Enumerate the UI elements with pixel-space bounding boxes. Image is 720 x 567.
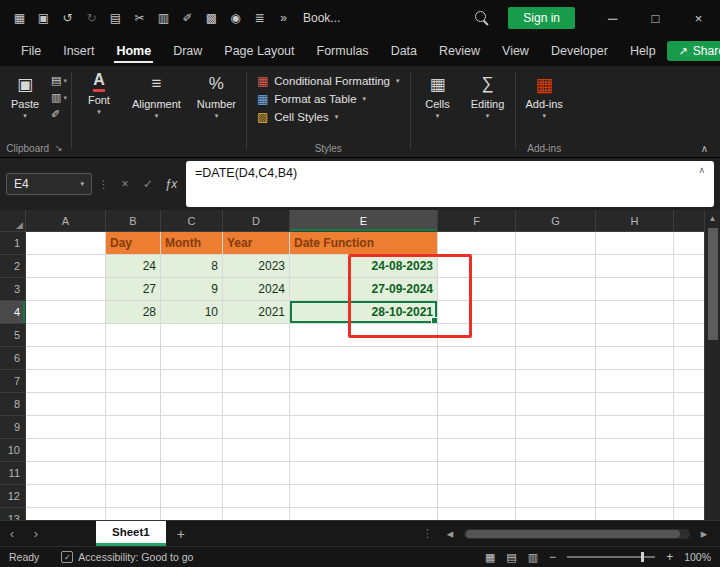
horizontal-scrollbar[interactable] <box>464 529 690 539</box>
cell-C13[interactable] <box>161 508 223 520</box>
accessibility-status-area[interactable]: ✓ Accessibility: Good to go <box>61 551 193 563</box>
row-header-6[interactable]: 6 <box>0 347 26 370</box>
cell-D5[interactable] <box>223 324 290 347</box>
cell-B9[interactable] <box>106 416 161 439</box>
cell-D13[interactable] <box>223 508 290 520</box>
zoom-out-button[interactable]: − <box>549 550 556 564</box>
cell-B11[interactable] <box>106 462 161 485</box>
sign-in-button[interactable]: Sign in <box>508 7 575 29</box>
cell-H1[interactable] <box>596 232 674 255</box>
paste-icon[interactable]: ▥ <box>152 6 175 30</box>
paste-options-button[interactable]: ▤▾ <box>51 74 67 87</box>
search-icon[interactable] <box>475 11 490 26</box>
collapse-ribbon-icon[interactable]: ∧ <box>701 143 708 154</box>
cell-styles-button[interactable]: ▨ Cell Styles ▾ <box>257 110 400 124</box>
menu-tab-file[interactable]: File <box>10 36 52 66</box>
editing-button[interactable]: ∑ Editing ▾ <box>465 69 511 120</box>
menu-tab-view[interactable]: View <box>491 36 540 66</box>
cell-A1[interactable] <box>26 232 106 255</box>
cell-E10[interactable] <box>290 439 438 462</box>
zoom-slider-thumb[interactable] <box>641 552 644 562</box>
cell-F1[interactable] <box>438 232 516 255</box>
cut-icon[interactable]: ✂ <box>128 6 151 30</box>
cell-F2[interactable] <box>438 255 516 278</box>
cell-E4[interactable]: 28-10-2021 <box>290 301 438 324</box>
cell-I3[interactable] <box>674 278 704 301</box>
maximize-button[interactable]: □ <box>634 0 677 36</box>
cell-F13[interactable] <box>438 508 516 520</box>
cell-C9[interactable] <box>161 416 223 439</box>
cell-C3[interactable]: 9 <box>161 278 223 301</box>
sheet-nav-left-icon[interactable]: ‹ <box>0 526 24 541</box>
cell-E3[interactable]: 27-09-2024 <box>290 278 438 301</box>
cell-I1[interactable] <box>674 232 704 255</box>
cell-D4[interactable]: 2021 <box>223 301 290 324</box>
cell-B3[interactable]: 27 <box>106 278 161 301</box>
cell-G3[interactable] <box>516 278 596 301</box>
cell-H10[interactable] <box>596 439 674 462</box>
app-launcher-icon[interactable]: ▦ <box>8 6 31 30</box>
row-header-7[interactable]: 7 <box>0 370 26 393</box>
column-header-I[interactable]: I <box>674 210 704 232</box>
cell-C4[interactable]: 10 <box>161 301 223 324</box>
menu-tab-review[interactable]: Review <box>428 36 491 66</box>
cell-I2[interactable] <box>674 255 704 278</box>
copy-button[interactable]: ▥▾ <box>51 91 67 104</box>
name-box[interactable]: E4 ▾ <box>6 173 92 195</box>
enter-formula-icon[interactable]: ✓ <box>138 177 158 191</box>
menu-tab-page-layout[interactable]: Page Layout <box>213 36 305 66</box>
cell-I5[interactable] <box>674 324 704 347</box>
cell-H2[interactable] <box>596 255 674 278</box>
cell-A2[interactable] <box>26 255 106 278</box>
cell-G8[interactable] <box>516 393 596 416</box>
column-header-B[interactable]: B <box>106 210 161 232</box>
cell-D6[interactable] <box>223 347 290 370</box>
cell-D9[interactable] <box>223 416 290 439</box>
cell-H6[interactable] <box>596 347 674 370</box>
menu-tab-draw[interactable]: Draw <box>162 36 213 66</box>
column-header-A[interactable]: A <box>26 210 106 232</box>
document-icon[interactable]: ≣ <box>248 6 271 30</box>
cell-B5[interactable] <box>106 324 161 347</box>
cell-A3[interactable] <box>26 278 106 301</box>
column-header-F[interactable]: F <box>438 210 516 232</box>
cell-D11[interactable] <box>223 462 290 485</box>
insert-function-icon[interactable]: ƒx <box>161 177 181 191</box>
scroll-left-icon[interactable]: ◂ <box>438 526 462 541</box>
cell-I10[interactable] <box>674 439 704 462</box>
copy-icon[interactable]: ▤ <box>104 6 127 30</box>
cell-A6[interactable] <box>26 347 106 370</box>
column-header-D[interactable]: D <box>223 210 290 232</box>
cell-A7[interactable] <box>26 370 106 393</box>
cell-F5[interactable] <box>438 324 516 347</box>
cell-C11[interactable] <box>161 462 223 485</box>
row-header-13[interactable]: 13 <box>0 508 26 520</box>
cell-B1[interactable]: Day <box>106 232 161 255</box>
normal-view-icon[interactable]: ▦ <box>485 551 495 564</box>
cells-button[interactable]: ▦ Cells ▾ <box>415 69 461 120</box>
cell-H13[interactable] <box>596 508 674 520</box>
cell-A11[interactable] <box>26 462 106 485</box>
minimize-button[interactable]: ─ <box>591 0 634 36</box>
column-header-G[interactable]: G <box>516 210 596 232</box>
cell-D12[interactable] <box>223 485 290 508</box>
cell-A13[interactable] <box>26 508 106 520</box>
vertical-scrollbar[interactable]: ▲ <box>704 210 720 520</box>
cell-B7[interactable] <box>106 370 161 393</box>
cell-B2[interactable]: 24 <box>106 255 161 278</box>
cell-G6[interactable] <box>516 347 596 370</box>
cell-F7[interactable] <box>438 370 516 393</box>
cell-F3[interactable] <box>438 278 516 301</box>
cell-D7[interactable] <box>223 370 290 393</box>
cell-G13[interactable] <box>516 508 596 520</box>
sheet-tab-sheet1[interactable]: Sheet1 <box>96 521 166 546</box>
conditional-formatting-button[interactable]: ▦ Conditional Formatting ▾ <box>257 74 400 88</box>
row-header-5[interactable]: 5 <box>0 324 26 347</box>
cell-E13[interactable] <box>290 508 438 520</box>
column-header-H[interactable]: H <box>596 210 674 232</box>
cell-D3[interactable]: 2024 <box>223 278 290 301</box>
cell-F6[interactable] <box>438 347 516 370</box>
format-painter-icon[interactable]: ✐ <box>176 6 199 30</box>
cell-F11[interactable] <box>438 462 516 485</box>
cell-H5[interactable] <box>596 324 674 347</box>
